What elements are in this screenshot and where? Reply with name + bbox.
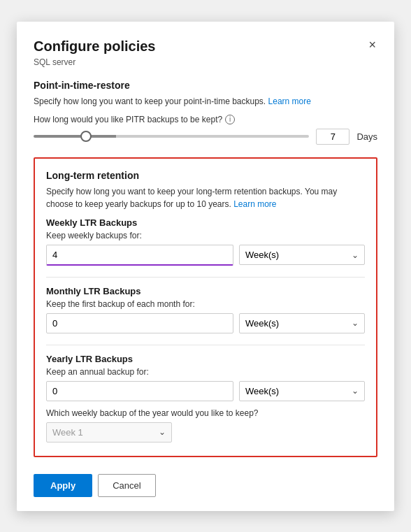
monthly-unit-select[interactable]: Week(s) ⌄ — [239, 313, 365, 333]
close-button[interactable]: × — [367, 38, 377, 51]
pitr-section-title: Point-in-time-restore — [34, 80, 377, 91]
ltr-learn-more-link[interactable]: Learn more — [233, 199, 276, 209]
yearly-label: Keep an annual backup for: — [46, 367, 365, 377]
monthly-unit-chevron-icon: ⌄ — [352, 318, 359, 328]
pitr-info-icon[interactable]: i — [225, 115, 235, 124]
ltr-description: Specify how long you want to keep your l… — [46, 185, 365, 210]
monthly-title: Monthly LTR Backups — [46, 286, 365, 296]
pitr-slider-label: How long would you like PITR backups to … — [34, 115, 377, 124]
weekly-subsection: Weekly LTR Backups Keep weekly backups f… — [46, 217, 365, 266]
week-of-year-chevron-icon: ⌄ — [159, 427, 166, 437]
which-week-label: Which weekly backup of the year would yo… — [46, 408, 365, 418]
weekly-input-row: Week(s) ⌄ — [46, 245, 365, 266]
weekly-value-input[interactable] — [46, 245, 233, 266]
yearly-subsection: Yearly LTR Backups Keep an annual backup… — [46, 354, 365, 443]
yearly-unit-chevron-icon: ⌄ — [352, 386, 359, 396]
pitr-slider-row: Days — [34, 129, 377, 145]
week-of-year-select: Week 1 ⌄ — [46, 422, 172, 443]
pitr-learn-more-link[interactable]: Learn more — [268, 96, 311, 106]
weekly-title: Weekly LTR Backups — [46, 217, 365, 228]
pitr-days-input[interactable] — [316, 129, 349, 145]
monthly-label: Keep the first backup of each month for: — [46, 299, 365, 309]
divider-2 — [46, 345, 365, 345]
pitr-section: Point-in-time-restore Specify how long y… — [34, 80, 377, 145]
configure-policies-dialog: Configure policies × SQL server Point-in… — [17, 22, 394, 511]
weekly-unit-chevron-icon: ⌄ — [352, 250, 359, 260]
monthly-value-input[interactable] — [46, 313, 233, 333]
divider-1 — [46, 277, 365, 278]
yearly-title: Yearly LTR Backups — [46, 354, 365, 364]
weekly-label: Keep weekly backups for: — [46, 231, 365, 240]
pitr-description: Specify how long you want to keep your p… — [34, 95, 377, 108]
yearly-unit-select[interactable]: Week(s) ⌄ — [239, 381, 365, 401]
monthly-subsection: Monthly LTR Backups Keep the first backu… — [46, 286, 365, 333]
pitr-slider[interactable] — [34, 135, 309, 138]
yearly-value-input[interactable] — [46, 381, 233, 401]
pitr-days-unit: Days — [356, 131, 377, 142]
dialog-footer: Apply Cancel — [34, 468, 377, 497]
dialog-subtitle: SQL server — [34, 57, 377, 67]
monthly-input-row: Week(s) ⌄ — [46, 313, 365, 333]
dialog-header: Configure policies × — [34, 38, 377, 55]
apply-button[interactable]: Apply — [34, 474, 92, 497]
cancel-button[interactable]: Cancel — [98, 474, 155, 497]
ltr-section-title: Long-term retention — [46, 170, 365, 181]
dialog-title: Configure policies — [34, 38, 155, 55]
weekly-unit-select[interactable]: Week(s) ⌄ — [239, 245, 365, 265]
ltr-section: Long-term retention Specify how long you… — [34, 157, 377, 457]
yearly-input-row: Week(s) ⌄ — [46, 381, 365, 401]
